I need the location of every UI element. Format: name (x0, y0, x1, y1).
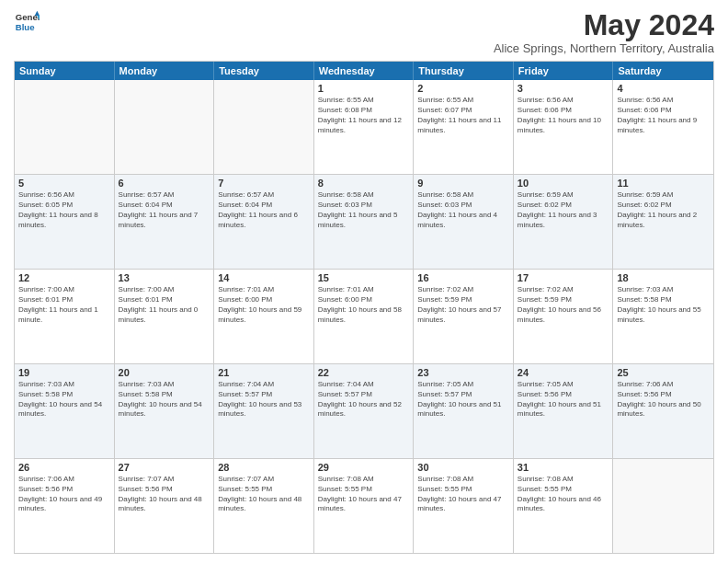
calendar-cell-3-4: 23Sunrise: 7:05 AM Sunset: 5:57 PM Dayli… (414, 364, 514, 458)
calendar-cell-0-6: 4Sunrise: 6:56 AM Sunset: 6:06 PM Daylig… (613, 80, 713, 174)
day-number: 9 (417, 178, 509, 189)
cell-text: Sunrise: 7:00 AM Sunset: 6:01 PM Dayligh… (119, 285, 210, 325)
cell-text: Sunrise: 7:06 AM Sunset: 5:56 PM Dayligh… (617, 380, 710, 419)
calendar-cell-3-6: 25Sunrise: 7:06 AM Sunset: 5:56 PM Dayli… (613, 364, 713, 458)
day-number: 29 (318, 462, 410, 473)
cell-text: Sunrise: 7:00 AM Sunset: 6:01 PM Dayligh… (18, 285, 110, 325)
calendar-cell-1-6: 11Sunrise: 6:59 AM Sunset: 6:02 PM Dayli… (613, 175, 713, 269)
svg-text:Blue: Blue (16, 22, 35, 32)
day-number: 4 (617, 83, 710, 94)
logo-icon: General Blue (14, 9, 40, 35)
calendar-cell-2-4: 16Sunrise: 7:02 AM Sunset: 5:59 PM Dayli… (414, 270, 514, 363)
day-number: 10 (518, 178, 609, 189)
cell-text: Sunrise: 6:57 AM Sunset: 6:04 PM Dayligh… (119, 190, 210, 230)
day-number: 13 (119, 272, 210, 283)
calendar-cell-1-2: 7Sunrise: 6:57 AM Sunset: 6:04 PM Daylig… (214, 175, 314, 269)
day-number: 23 (417, 367, 509, 378)
calendar-cell-4-6 (613, 459, 713, 553)
day-number: 2 (417, 83, 509, 94)
calendar-cell-3-5: 24Sunrise: 7:05 AM Sunset: 5:56 PM Dayli… (514, 364, 614, 458)
calendar-cell-1-5: 10Sunrise: 6:59 AM Sunset: 6:02 PM Dayli… (514, 175, 614, 269)
calendar-body: 1Sunrise: 6:55 AM Sunset: 6:08 PM Daylig… (15, 80, 713, 553)
calendar-cell-4-2: 28Sunrise: 7:07 AM Sunset: 5:55 PM Dayli… (214, 459, 314, 553)
cell-text: Sunrise: 6:56 AM Sunset: 6:05 PM Dayligh… (18, 190, 110, 230)
calendar-cell-2-6: 18Sunrise: 7:03 AM Sunset: 5:58 PM Dayli… (613, 270, 713, 363)
day-number: 30 (417, 462, 509, 473)
logo: General Blue (14, 9, 40, 35)
cell-text: Sunrise: 7:08 AM Sunset: 5:55 PM Dayligh… (318, 475, 410, 514)
cell-text: Sunrise: 7:05 AM Sunset: 5:56 PM Dayligh… (518, 380, 609, 419)
calendar-cell-0-2 (214, 80, 314, 174)
day-number: 5 (18, 178, 110, 189)
day-number: 16 (417, 272, 509, 283)
cell-text: Sunrise: 7:08 AM Sunset: 5:55 PM Dayligh… (518, 475, 609, 514)
day-number: 14 (218, 272, 310, 283)
day-number: 31 (518, 462, 609, 473)
calendar-cell-0-1 (115, 80, 215, 174)
header: General Blue May 2024 Alice Springs, Nor… (14, 9, 714, 55)
cell-text: Sunrise: 7:04 AM Sunset: 5:57 PM Dayligh… (318, 380, 410, 419)
day-number: 26 (18, 462, 110, 473)
header-day-wednesday: Wednesday (314, 62, 415, 80)
calendar-cell-0-5: 3Sunrise: 6:56 AM Sunset: 6:06 PM Daylig… (514, 80, 614, 174)
cell-text: Sunrise: 7:03 AM Sunset: 5:58 PM Dayligh… (119, 380, 210, 419)
calendar-cell-1-0: 5Sunrise: 6:56 AM Sunset: 6:05 PM Daylig… (15, 175, 115, 269)
cell-text: Sunrise: 6:55 AM Sunset: 6:07 PM Dayligh… (417, 96, 509, 135)
calendar-cell-4-5: 31Sunrise: 7:08 AM Sunset: 5:55 PM Dayli… (514, 459, 614, 553)
cell-text: Sunrise: 7:04 AM Sunset: 5:57 PM Dayligh… (218, 380, 310, 419)
cell-text: Sunrise: 7:05 AM Sunset: 5:57 PM Dayligh… (417, 380, 509, 419)
cell-text: Sunrise: 7:02 AM Sunset: 5:59 PM Dayligh… (417, 285, 509, 325)
day-number: 24 (518, 367, 609, 378)
calendar-cell-2-3: 15Sunrise: 7:01 AM Sunset: 6:00 PM Dayli… (314, 270, 415, 363)
cell-text: Sunrise: 7:07 AM Sunset: 5:56 PM Dayligh… (119, 475, 210, 514)
cell-text: Sunrise: 6:55 AM Sunset: 6:08 PM Dayligh… (318, 96, 410, 135)
day-number: 17 (518, 272, 609, 283)
day-number: 7 (218, 178, 310, 189)
cell-text: Sunrise: 6:56 AM Sunset: 6:06 PM Dayligh… (518, 96, 609, 135)
day-number: 1 (318, 83, 410, 94)
calendar-row-4: 26Sunrise: 7:06 AM Sunset: 5:56 PM Dayli… (15, 458, 713, 553)
calendar-cell-0-4: 2Sunrise: 6:55 AM Sunset: 6:07 PM Daylig… (414, 80, 514, 174)
header-day-thursday: Thursday (414, 62, 514, 80)
day-number: 25 (617, 367, 710, 378)
cell-text: Sunrise: 6:58 AM Sunset: 6:03 PM Dayligh… (417, 190, 509, 230)
calendar-cell-2-1: 13Sunrise: 7:00 AM Sunset: 6:01 PM Dayli… (115, 270, 215, 363)
day-number: 6 (119, 178, 210, 189)
header-day-friday: Friday (514, 62, 614, 80)
header-day-saturday: Saturday (613, 62, 713, 80)
day-number: 12 (18, 272, 110, 283)
day-number: 28 (218, 462, 310, 473)
cell-text: Sunrise: 7:07 AM Sunset: 5:55 PM Dayligh… (218, 475, 310, 514)
calendar-cell-4-3: 29Sunrise: 7:08 AM Sunset: 5:55 PM Dayli… (314, 459, 415, 553)
cell-text: Sunrise: 6:59 AM Sunset: 6:02 PM Dayligh… (617, 190, 710, 230)
cell-text: Sunrise: 7:03 AM Sunset: 5:58 PM Dayligh… (617, 285, 710, 325)
calendar: SundayMondayTuesdayWednesdayThursdayFrid… (14, 61, 714, 554)
day-number: 22 (318, 367, 410, 378)
cell-text: Sunrise: 7:01 AM Sunset: 6:00 PM Dayligh… (218, 285, 310, 325)
calendar-row-3: 19Sunrise: 7:03 AM Sunset: 5:58 PM Dayli… (15, 363, 713, 458)
cell-text: Sunrise: 7:02 AM Sunset: 5:59 PM Dayligh… (518, 285, 609, 325)
sub-title: Alice Springs, Northern Territory, Austr… (494, 41, 714, 55)
page: General Blue May 2024 Alice Springs, Nor… (0, 0, 728, 563)
day-number: 3 (518, 83, 609, 94)
calendar-cell-1-3: 8Sunrise: 6:58 AM Sunset: 6:03 PM Daylig… (314, 175, 415, 269)
cell-text: Sunrise: 7:06 AM Sunset: 5:56 PM Dayligh… (18, 475, 110, 514)
day-number: 27 (119, 462, 210, 473)
day-number: 20 (119, 367, 210, 378)
main-title: May 2024 (494, 9, 714, 41)
calendar-cell-0-0 (15, 80, 115, 174)
calendar-cell-1-4: 9Sunrise: 6:58 AM Sunset: 6:03 PM Daylig… (414, 175, 514, 269)
cell-text: Sunrise: 7:08 AM Sunset: 5:55 PM Dayligh… (417, 475, 509, 514)
day-number: 8 (318, 178, 410, 189)
calendar-row-2: 12Sunrise: 7:00 AM Sunset: 6:01 PM Dayli… (15, 269, 713, 363)
calendar-cell-2-0: 12Sunrise: 7:00 AM Sunset: 6:01 PM Dayli… (15, 270, 115, 363)
cell-text: Sunrise: 6:56 AM Sunset: 6:06 PM Dayligh… (617, 96, 710, 135)
header-day-tuesday: Tuesday (214, 62, 314, 80)
calendar-header: SundayMondayTuesdayWednesdayThursdayFrid… (15, 62, 713, 80)
calendar-cell-2-2: 14Sunrise: 7:01 AM Sunset: 6:00 PM Dayli… (214, 270, 314, 363)
calendar-cell-4-0: 26Sunrise: 7:06 AM Sunset: 5:56 PM Dayli… (15, 459, 115, 553)
calendar-row-1: 5Sunrise: 6:56 AM Sunset: 6:05 PM Daylig… (15, 174, 713, 269)
calendar-cell-3-3: 22Sunrise: 7:04 AM Sunset: 5:57 PM Dayli… (314, 364, 415, 458)
day-number: 19 (18, 367, 110, 378)
calendar-cell-4-4: 30Sunrise: 7:08 AM Sunset: 5:55 PM Dayli… (414, 459, 514, 553)
